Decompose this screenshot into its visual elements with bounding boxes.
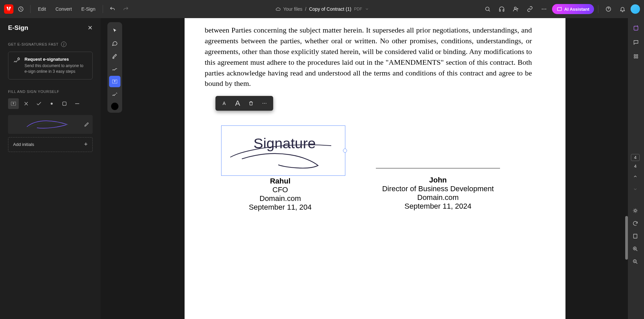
svg-rect-22 [636,57,638,58]
delete-icon[interactable] [245,97,257,109]
more-icon[interactable] [258,97,270,109]
pdf-page: between Parties concerning the subject m… [185,18,565,319]
edit-menu[interactable]: Edit [34,4,50,14]
check-tool[interactable] [34,98,44,109]
request-desc: Send this document to anyone to e-sign o… [24,63,88,74]
page-down-icon[interactable] [630,184,640,194]
cloud-icon [275,6,281,12]
share-user-icon[interactable] [510,3,522,15]
theme-icon[interactable] [630,206,640,216]
breadcrumb-current[interactable]: Copy of Contract (1) [309,6,351,12]
comments-panel-icon[interactable] [631,37,641,48]
signature-text: Signature [253,135,316,151]
breadcrumb: Your files / Copy of Contract (1) PDF [275,6,369,12]
divider [30,5,31,13]
svg-point-7 [545,9,546,10]
color-swatch[interactable] [111,103,118,110]
request-title: Request e-signatures [24,57,88,62]
panel-title: E-Sign [8,24,28,32]
pointer-tool[interactable] [109,25,120,36]
svg-rect-19 [634,55,636,56]
signer-date: September 11, 204 [218,203,342,212]
signer-role: Director of Business Development [376,184,500,193]
plus-icon: + [84,141,88,148]
page-number-box[interactable]: 4 [631,154,639,161]
request-esignatures-card[interactable]: Request e-signatures Send this document … [8,52,93,79]
esign-panel: E-Sign ✕ GET E-SIGNATURES FAST i Request… [0,18,101,319]
headphones-icon[interactable] [496,3,508,15]
svg-point-17 [266,103,266,104]
undo-icon[interactable] [106,3,118,15]
line-tool[interactable] [72,98,83,109]
bell-icon[interactable] [616,3,629,15]
zoom-in-icon[interactable] [630,244,640,254]
dot-tool[interactable] [46,98,57,109]
chevron-down-icon[interactable] [365,7,369,11]
recent-icon[interactable] [15,3,27,15]
draw-tool[interactable] [109,63,120,74]
fit-width-icon[interactable] [630,231,640,241]
signer-domain: Domain.com [376,193,500,202]
signer-block-2: John Director of Business Development Do… [376,168,500,212]
page-zoom-controls: 4 4 [629,154,641,267]
svg-point-5 [542,9,543,10]
signer-name: Rahul [218,177,342,185]
vertical-toolstrip [107,22,122,113]
topbar: Edit Convert E-Sign Your files / Copy of… [0,0,644,18]
document-viewport[interactable]: between Parties concerning the subject m… [122,18,628,319]
search-icon[interactable] [482,3,494,15]
textbox-tool[interactable] [109,76,120,87]
user-avatar[interactable] [631,4,640,14]
signer-role: CFO [218,185,342,194]
svg-point-4 [514,7,516,9]
signature-preview[interactable] [8,115,93,134]
svg-rect-18 [634,26,638,30]
link-icon[interactable] [524,3,536,15]
ai-panel-icon[interactable] [631,23,641,34]
svg-rect-3 [503,10,504,11]
ai-assistant-button[interactable]: AI Assistant [552,4,594,14]
fill-sign-section-label: FILL AND SIGN YOURSELF [8,90,93,94]
page-total: 4 [634,164,636,169]
circle-tool[interactable] [59,98,70,109]
text-tool[interactable] [8,98,19,109]
add-initials-button[interactable]: Add initials + [8,137,93,152]
file-type: PDF [354,7,362,11]
svg-rect-2 [500,10,501,11]
signer-domain: Domain.com [218,194,342,203]
more-icon[interactable] [538,3,550,15]
redo-icon[interactable] [120,3,132,15]
svg-point-6 [544,9,545,10]
comment-tool[interactable] [109,38,120,49]
increase-font-button[interactable]: A [232,97,244,109]
breadcrumb-root[interactable]: Your files [283,6,302,12]
svg-point-23 [634,210,636,212]
signature-request-icon [13,57,20,74]
svg-rect-24 [634,234,637,238]
help-icon[interactable] [602,3,614,15]
cross-tool[interactable] [21,98,32,109]
page-up-icon[interactable] [630,171,640,181]
zoom-out-icon[interactable] [630,257,640,267]
rotate-icon[interactable] [630,218,640,228]
esign-menu[interactable]: E-Sign [77,4,99,14]
svg-rect-21 [634,57,636,58]
adobe-logo[interactable] [4,4,13,14]
info-icon[interactable]: i [61,42,66,47]
scrollbar-thumb[interactable] [625,216,628,260]
apps-icon[interactable] [631,51,641,62]
svg-point-1 [486,7,489,11]
sign-tool[interactable] [109,89,120,100]
signature-field[interactable]: Signature [221,125,345,176]
resize-handle[interactable] [343,149,347,153]
svg-point-12 [51,103,53,105]
signer-name: John [376,176,500,184]
edit-signature-icon[interactable] [84,122,89,127]
svg-rect-20 [636,55,638,56]
decrease-font-button[interactable]: A [218,97,230,109]
divider [598,5,598,13]
convert-menu[interactable]: Convert [51,4,76,14]
close-icon[interactable]: ✕ [88,24,93,32]
signature-line [376,168,500,168]
highlight-tool[interactable] [109,50,120,62]
